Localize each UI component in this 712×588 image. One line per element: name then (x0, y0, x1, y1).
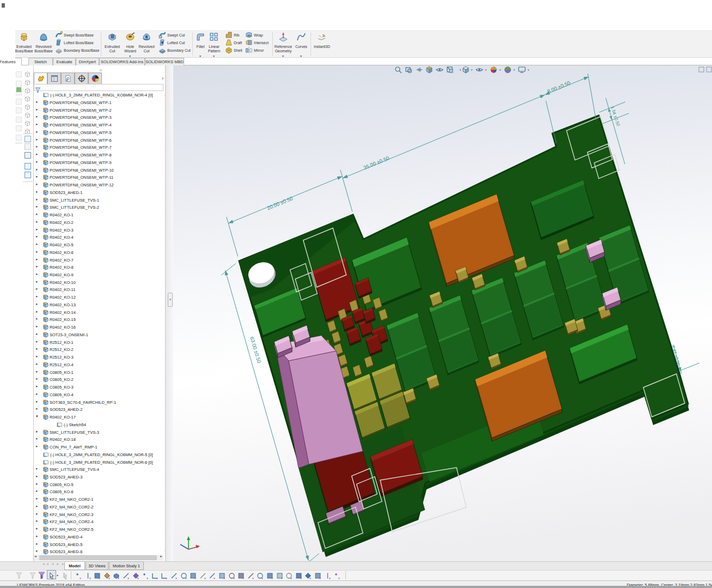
svg-text:ab: ab (247, 34, 251, 37)
